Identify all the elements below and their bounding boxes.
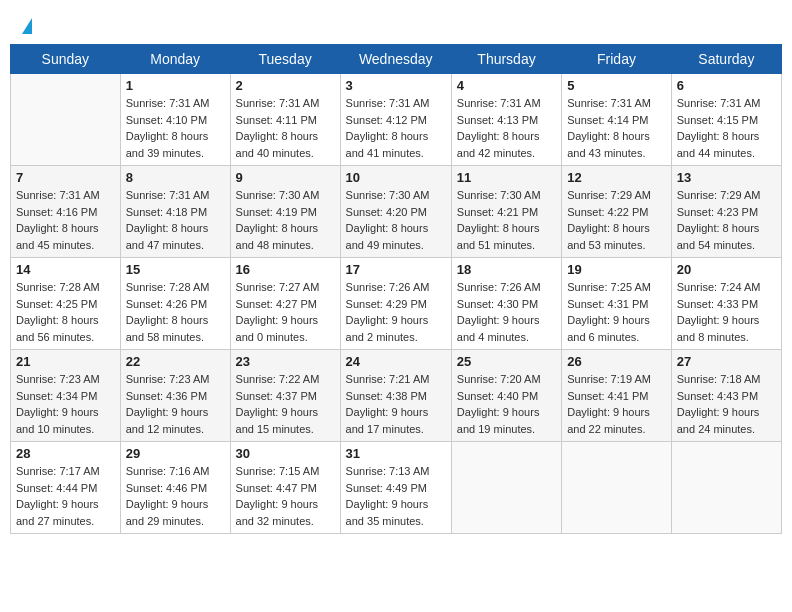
- day-info: Sunrise: 7:21 AMSunset: 4:38 PMDaylight:…: [346, 371, 446, 437]
- day-info: Sunrise: 7:29 AMSunset: 4:23 PMDaylight:…: [677, 187, 776, 253]
- day-number: 1: [126, 78, 225, 93]
- day-number: 11: [457, 170, 556, 185]
- calendar-cell: 30Sunrise: 7:15 AMSunset: 4:47 PMDayligh…: [230, 442, 340, 534]
- day-info: Sunrise: 7:31 AMSunset: 4:14 PMDaylight:…: [567, 95, 666, 161]
- calendar-cell: 3Sunrise: 7:31 AMSunset: 4:12 PMDaylight…: [340, 74, 451, 166]
- day-number: 19: [567, 262, 666, 277]
- calendar-table: SundayMondayTuesdayWednesdayThursdayFrid…: [10, 44, 782, 534]
- day-info: Sunrise: 7:30 AMSunset: 4:21 PMDaylight:…: [457, 187, 556, 253]
- page-header: [10, 10, 782, 38]
- weekday-header-cell: Sunday: [11, 45, 121, 74]
- calendar-cell: 27Sunrise: 7:18 AMSunset: 4:43 PMDayligh…: [671, 350, 781, 442]
- day-number: 16: [236, 262, 335, 277]
- calendar-cell: 20Sunrise: 7:24 AMSunset: 4:33 PMDayligh…: [671, 258, 781, 350]
- day-info: Sunrise: 7:17 AMSunset: 4:44 PMDaylight:…: [16, 463, 115, 529]
- calendar-cell: 10Sunrise: 7:30 AMSunset: 4:20 PMDayligh…: [340, 166, 451, 258]
- calendar-cell: 2Sunrise: 7:31 AMSunset: 4:11 PMDaylight…: [230, 74, 340, 166]
- calendar-body: 1Sunrise: 7:31 AMSunset: 4:10 PMDaylight…: [11, 74, 782, 534]
- day-number: 25: [457, 354, 556, 369]
- logo: [20, 18, 32, 34]
- day-number: 29: [126, 446, 225, 461]
- day-number: 28: [16, 446, 115, 461]
- day-info: Sunrise: 7:30 AMSunset: 4:20 PMDaylight:…: [346, 187, 446, 253]
- day-number: 18: [457, 262, 556, 277]
- calendar-cell: 19Sunrise: 7:25 AMSunset: 4:31 PMDayligh…: [562, 258, 672, 350]
- calendar-cell: 11Sunrise: 7:30 AMSunset: 4:21 PMDayligh…: [451, 166, 561, 258]
- calendar-cell: 29Sunrise: 7:16 AMSunset: 4:46 PMDayligh…: [120, 442, 230, 534]
- day-number: 5: [567, 78, 666, 93]
- calendar-cell: [11, 74, 121, 166]
- day-number: 9: [236, 170, 335, 185]
- weekday-header-row: SundayMondayTuesdayWednesdayThursdayFrid…: [11, 45, 782, 74]
- day-info: Sunrise: 7:31 AMSunset: 4:12 PMDaylight:…: [346, 95, 446, 161]
- calendar-cell: 24Sunrise: 7:21 AMSunset: 4:38 PMDayligh…: [340, 350, 451, 442]
- day-number: 20: [677, 262, 776, 277]
- day-number: 2: [236, 78, 335, 93]
- day-number: 10: [346, 170, 446, 185]
- day-info: Sunrise: 7:31 AMSunset: 4:11 PMDaylight:…: [236, 95, 335, 161]
- day-info: Sunrise: 7:20 AMSunset: 4:40 PMDaylight:…: [457, 371, 556, 437]
- day-number: 27: [677, 354, 776, 369]
- calendar-cell: 16Sunrise: 7:27 AMSunset: 4:27 PMDayligh…: [230, 258, 340, 350]
- day-number: 13: [677, 170, 776, 185]
- day-number: 6: [677, 78, 776, 93]
- day-number: 4: [457, 78, 556, 93]
- day-number: 21: [16, 354, 115, 369]
- day-number: 12: [567, 170, 666, 185]
- calendar-cell: 14Sunrise: 7:28 AMSunset: 4:25 PMDayligh…: [11, 258, 121, 350]
- calendar-cell: 1Sunrise: 7:31 AMSunset: 4:10 PMDaylight…: [120, 74, 230, 166]
- day-info: Sunrise: 7:31 AMSunset: 4:13 PMDaylight:…: [457, 95, 556, 161]
- calendar-cell: 13Sunrise: 7:29 AMSunset: 4:23 PMDayligh…: [671, 166, 781, 258]
- day-info: Sunrise: 7:15 AMSunset: 4:47 PMDaylight:…: [236, 463, 335, 529]
- day-info: Sunrise: 7:29 AMSunset: 4:22 PMDaylight:…: [567, 187, 666, 253]
- day-number: 7: [16, 170, 115, 185]
- day-info: Sunrise: 7:25 AMSunset: 4:31 PMDaylight:…: [567, 279, 666, 345]
- calendar-cell: 22Sunrise: 7:23 AMSunset: 4:36 PMDayligh…: [120, 350, 230, 442]
- day-info: Sunrise: 7:24 AMSunset: 4:33 PMDaylight:…: [677, 279, 776, 345]
- day-info: Sunrise: 7:27 AMSunset: 4:27 PMDaylight:…: [236, 279, 335, 345]
- calendar-cell: 9Sunrise: 7:30 AMSunset: 4:19 PMDaylight…: [230, 166, 340, 258]
- calendar-week-row: 28Sunrise: 7:17 AMSunset: 4:44 PMDayligh…: [11, 442, 782, 534]
- day-number: 30: [236, 446, 335, 461]
- day-number: 23: [236, 354, 335, 369]
- calendar-cell: 23Sunrise: 7:22 AMSunset: 4:37 PMDayligh…: [230, 350, 340, 442]
- weekday-header-cell: Thursday: [451, 45, 561, 74]
- calendar-week-row: 21Sunrise: 7:23 AMSunset: 4:34 PMDayligh…: [11, 350, 782, 442]
- day-info: Sunrise: 7:23 AMSunset: 4:34 PMDaylight:…: [16, 371, 115, 437]
- day-number: 17: [346, 262, 446, 277]
- calendar-cell: 25Sunrise: 7:20 AMSunset: 4:40 PMDayligh…: [451, 350, 561, 442]
- calendar-cell: 21Sunrise: 7:23 AMSunset: 4:34 PMDayligh…: [11, 350, 121, 442]
- calendar-cell: 28Sunrise: 7:17 AMSunset: 4:44 PMDayligh…: [11, 442, 121, 534]
- day-info: Sunrise: 7:30 AMSunset: 4:19 PMDaylight:…: [236, 187, 335, 253]
- weekday-header-cell: Monday: [120, 45, 230, 74]
- day-info: Sunrise: 7:31 AMSunset: 4:16 PMDaylight:…: [16, 187, 115, 253]
- day-info: Sunrise: 7:31 AMSunset: 4:10 PMDaylight:…: [126, 95, 225, 161]
- day-info: Sunrise: 7:18 AMSunset: 4:43 PMDaylight:…: [677, 371, 776, 437]
- calendar-week-row: 1Sunrise: 7:31 AMSunset: 4:10 PMDaylight…: [11, 74, 782, 166]
- calendar-cell: 31Sunrise: 7:13 AMSunset: 4:49 PMDayligh…: [340, 442, 451, 534]
- calendar-cell: 17Sunrise: 7:26 AMSunset: 4:29 PMDayligh…: [340, 258, 451, 350]
- day-number: 22: [126, 354, 225, 369]
- calendar-cell: 26Sunrise: 7:19 AMSunset: 4:41 PMDayligh…: [562, 350, 672, 442]
- calendar-week-row: 14Sunrise: 7:28 AMSunset: 4:25 PMDayligh…: [11, 258, 782, 350]
- day-info: Sunrise: 7:31 AMSunset: 4:15 PMDaylight:…: [677, 95, 776, 161]
- calendar-cell: [451, 442, 561, 534]
- day-number: 8: [126, 170, 225, 185]
- calendar-cell: 6Sunrise: 7:31 AMSunset: 4:15 PMDaylight…: [671, 74, 781, 166]
- calendar-cell: 8Sunrise: 7:31 AMSunset: 4:18 PMDaylight…: [120, 166, 230, 258]
- calendar-cell: [562, 442, 672, 534]
- logo-triangle-icon: [22, 18, 32, 34]
- day-info: Sunrise: 7:26 AMSunset: 4:29 PMDaylight:…: [346, 279, 446, 345]
- calendar-cell: 12Sunrise: 7:29 AMSunset: 4:22 PMDayligh…: [562, 166, 672, 258]
- day-number: 15: [126, 262, 225, 277]
- calendar-cell: 7Sunrise: 7:31 AMSunset: 4:16 PMDaylight…: [11, 166, 121, 258]
- day-number: 26: [567, 354, 666, 369]
- calendar-cell: 18Sunrise: 7:26 AMSunset: 4:30 PMDayligh…: [451, 258, 561, 350]
- day-number: 31: [346, 446, 446, 461]
- day-info: Sunrise: 7:19 AMSunset: 4:41 PMDaylight:…: [567, 371, 666, 437]
- weekday-header-cell: Friday: [562, 45, 672, 74]
- weekday-header-cell: Wednesday: [340, 45, 451, 74]
- day-number: 24: [346, 354, 446, 369]
- day-info: Sunrise: 7:26 AMSunset: 4:30 PMDaylight:…: [457, 279, 556, 345]
- day-info: Sunrise: 7:31 AMSunset: 4:18 PMDaylight:…: [126, 187, 225, 253]
